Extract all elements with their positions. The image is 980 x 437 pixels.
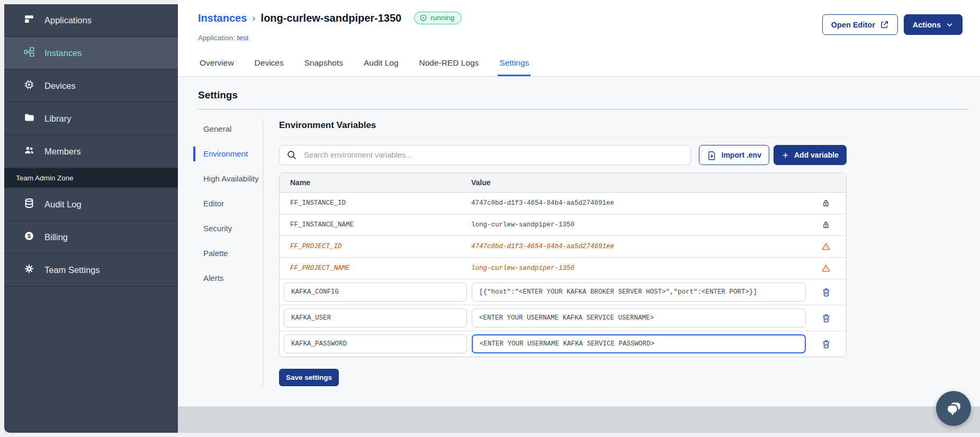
trash-icon[interactable]: [806, 339, 846, 349]
users-icon: [23, 144, 35, 158]
devices-icon: [23, 79, 35, 93]
environment-panel: Environment Variables: [263, 119, 969, 386]
lock-icon: [806, 198, 846, 208]
table-row: FF_PROJECT_ID 4747c0bd-d1f3-4654-84b4-aa…: [280, 236, 846, 258]
sidebar-item-audit-log[interactable]: Audit Log: [4, 188, 178, 221]
table-row: [280, 331, 846, 357]
import-env-label: Import .env: [722, 151, 761, 159]
env-name: FF_PROJECT_NAME: [290, 265, 471, 272]
settings-nav-environment[interactable]: Environment: [198, 148, 263, 160]
warning-icon: [806, 263, 846, 273]
env-value: long-curlew-sandpiper-1350: [471, 221, 806, 229]
env-value-input[interactable]: [472, 308, 806, 327]
env-variables-table: Name Value FF_INSTANCE_ID 4747c0bd-d1f3-…: [279, 172, 847, 357]
instance-name: long-curlew-sandpiper-1350: [261, 12, 402, 24]
sidebar-item-label: Applications: [44, 15, 92, 25]
footer-strip: [178, 406, 980, 433]
table-row: [280, 279, 846, 305]
panel-title: Environment Variables: [279, 120, 969, 131]
breadcrumb-instances-link[interactable]: Instances: [198, 12, 247, 24]
settings-nav: General Environment High Availability Ed…: [198, 119, 263, 386]
env-value-input-focused[interactable]: [472, 334, 806, 353]
sidebar: Applications Instances Devi: [4, 4, 178, 433]
play-circle-icon: [419, 14, 427, 22]
settings-nav-editor[interactable]: Editor: [198, 198, 263, 210]
table-row: FF_INSTANCE_ID 4747c0bd-d1f3-4654-84b4-a…: [280, 193, 846, 214]
folder-icon: [23, 112, 35, 125]
sidebar-item-label: Library: [44, 114, 71, 124]
application-link[interactable]: test: [237, 34, 249, 42]
sidebar-item-label: Instances: [44, 48, 82, 58]
warning-icon: [806, 242, 846, 251]
settings-nav-security[interactable]: Security: [198, 223, 263, 234]
settings-nav-alerts[interactable]: Alerts: [198, 272, 263, 284]
sidebar-item-label: Audit Log: [44, 199, 82, 210]
applications-icon: [23, 13, 35, 27]
sidebar-item-label: Members: [44, 147, 81, 157]
sidebar-item-instances[interactable]: Instances: [4, 37, 178, 70]
sidebar-item-label: Billing: [44, 232, 68, 242]
section-label: Team Admin Zone: [16, 174, 74, 182]
sidebar-item-members[interactable]: Members: [4, 135, 178, 168]
env-value-input[interactable]: [472, 283, 806, 302]
chat-widget-button[interactable]: [936, 391, 971, 426]
env-name: FF_PROJECT_ID: [290, 243, 471, 250]
instances-icon: [23, 46, 35, 60]
settings-divider: [198, 109, 969, 110]
tab-snapshots[interactable]: Snapshots: [303, 58, 345, 76]
lock-icon: [806, 220, 846, 230]
trash-icon[interactable]: [806, 287, 846, 297]
import-file-icon: [707, 150, 717, 160]
chevron-down-icon: [946, 21, 954, 29]
env-name: FF_INSTANCE_ID: [290, 199, 471, 207]
trash-icon[interactable]: [806, 313, 846, 323]
env-name: FF_INSTANCE_NAME: [290, 221, 471, 229]
sidebar-item-library[interactable]: Library: [4, 103, 178, 135]
tab-overview[interactable]: Overview: [198, 58, 236, 76]
breadcrumb-separator: ›: [252, 12, 255, 24]
save-settings-button[interactable]: Save settings: [279, 369, 339, 386]
app-root: Applications Instances Devi: [0, 0, 980, 437]
tab-node-red-logs[interactable]: Node-RED Logs: [418, 58, 481, 76]
table-header: Name Value: [280, 173, 846, 193]
tab-devices[interactable]: Devices: [253, 58, 285, 76]
table-row: FF_INSTANCE_NAME long-curlew-sandpiper-1…: [280, 214, 846, 236]
settings-nav-general[interactable]: General: [198, 123, 263, 135]
env-name-input[interactable]: [284, 334, 467, 353]
chat-bubbles-icon: [944, 399, 963, 418]
database-icon: [23, 197, 35, 211]
sidebar-item-devices[interactable]: Devices: [4, 70, 178, 103]
application-label: Application:: [198, 34, 235, 42]
add-variable-button[interactable]: Add variable: [774, 145, 847, 165]
tab-settings[interactable]: Settings: [498, 58, 531, 76]
env-name-input[interactable]: [284, 308, 467, 327]
status-badge-label: running: [430, 14, 454, 22]
instance-header: Instances › long-curlew-sandpiper-1350 r…: [178, 0, 980, 77]
sidebar-item-team-settings[interactable]: Team Settings: [4, 254, 178, 287]
application-line: Application: test: [198, 34, 248, 42]
env-value: 4747c0bd-d1f3-4654-84b4-aa5d274691ee: [471, 199, 806, 207]
sidebar-item-applications[interactable]: Applications: [4, 4, 178, 37]
settings-content: Settings General Environment High Availa…: [178, 77, 980, 406]
env-name-input[interactable]: [284, 283, 467, 302]
svg-text:$: $: [28, 233, 31, 239]
import-env-button[interactable]: Import .env: [699, 145, 769, 165]
open-editor-button[interactable]: Open Editor: [822, 14, 898, 35]
tab-audit-log[interactable]: Audit Log: [362, 58, 400, 76]
gear-icon: [23, 263, 35, 277]
sidebar-item-billing[interactable]: $ Billing: [4, 221, 178, 254]
column-header-name: Name: [290, 178, 471, 187]
settings-nav-palette[interactable]: Palette: [198, 248, 263, 259]
status-badge: running: [414, 12, 462, 24]
search-input[interactable]: [279, 145, 691, 165]
sidebar-item-label: Devices: [44, 81, 76, 91]
table-row: FF_PROJECT_NAME long-curlew-sandpiper-13…: [280, 258, 846, 279]
table-row: [280, 305, 846, 331]
actions-button[interactable]: Actions: [904, 14, 963, 35]
env-value: 4747c0bd-d1f3-4654-84b4-aa5d274691ee: [471, 243, 806, 250]
column-header-value: Value: [471, 178, 806, 187]
open-editor-label: Open Editor: [831, 21, 875, 29]
add-variable-label: Add variable: [794, 151, 839, 159]
instance-tabs: Overview Devices Snapshots Audit Log Nod…: [198, 58, 531, 76]
settings-nav-high-availability[interactable]: High Availability: [198, 173, 263, 185]
